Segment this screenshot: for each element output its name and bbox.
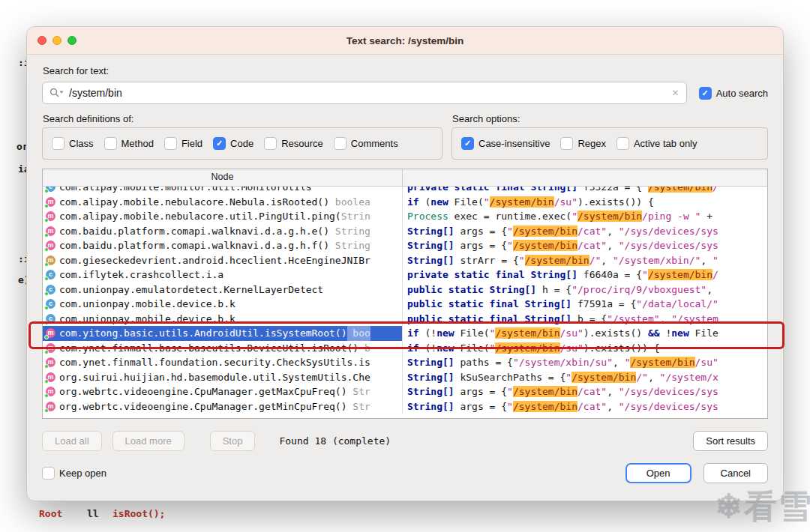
search-box[interactable]: ✕ [42, 82, 687, 104]
node-name: com.unionpay.mobile.device.b.k [59, 297, 236, 312]
checkbox-label: Method [122, 138, 154, 149]
table-header: Node [43, 169, 767, 187]
node-cell[interactable]: morg.webrtc.videoengine.CpuManager.getMa… [43, 384, 403, 399]
node-cell[interactable]: ccom.iflytek.crashcollect.i.a [43, 267, 403, 282]
node-cell[interactable]: mcom.yitong.basic.utils.AndroidUtil.isSy… [43, 326, 403, 341]
node-cell[interactable]: ccom.unionpay.mobile.device.b.k [43, 297, 403, 312]
checkbox-code[interactable]: Code [213, 137, 254, 150]
node-cell[interactable]: mcom.alipay.mobile.nebulacore.util.PingU… [43, 209, 403, 224]
stop-button[interactable]: Stop [210, 431, 256, 451]
results-rows: ccom.alipay.mobile.monitor.util.MonitorU… [43, 187, 767, 419]
checkbox-method[interactable]: Method [104, 137, 154, 150]
checkbox-unchecked-icon[interactable] [104, 137, 117, 150]
search-input[interactable] [69, 87, 667, 99]
code-cell: String[] args = {"/system/bin/cat", "/sy… [403, 399, 767, 414]
symbol-class-icon: c [46, 187, 56, 192]
symbol-method-icon: m [46, 387, 56, 396]
checkbox-checked-icon[interactable] [213, 137, 226, 150]
node-cell[interactable]: mcom.alipay.mobile.nebulacore.Nebula.isR… [43, 195, 403, 210]
node-name: com.iflytek.crashcollect.i.a [59, 267, 224, 282]
public-access-dot [44, 189, 49, 193]
checkbox-unchecked-icon[interactable] [264, 137, 277, 150]
search-for-text-label: Search for text: [43, 65, 768, 76]
checkbox-unchecked-icon[interactable] [616, 137, 629, 150]
load-all-button[interactable]: Load all [42, 431, 102, 451]
status-text: Found 18 (complete) [279, 435, 391, 447]
window-titlebar[interactable]: Text search: /system/bin [27, 27, 783, 55]
checkbox-unchecked-icon[interactable] [560, 137, 573, 150]
table-row[interactable]: mcom.gieseckedevrient.android.hceclient.… [43, 253, 767, 268]
node-cell[interactable]: mcom.baidu.platform.comapi.walknavi.d.a.… [43, 238, 403, 253]
checkbox-checked-icon[interactable] [461, 137, 474, 150]
checkbox-label: Case-insensitive [478, 138, 550, 149]
node-cell[interactable]: mcom.ynet.finmall.base.baseutils.DeviceU… [43, 341, 403, 356]
node-cell[interactable]: morg.webrtc.videoengine.CpuManager.getMi… [43, 399, 403, 414]
checkbox-comments[interactable]: Comments [334, 137, 398, 150]
node-name: com.alipay.mobile.nebulacore.util.PingUt… [59, 209, 341, 224]
public-access-dot [44, 291, 49, 296]
background-text-fragment: Root [39, 508, 62, 519]
keep-open-checkbox[interactable]: Keep open [42, 467, 106, 480]
auto-search-checkbox[interactable]: Auto search [699, 87, 768, 100]
minimize-button[interactable] [52, 36, 62, 45]
node-name: com.ynet.finmall.base.baseutils.DeviceUt… [59, 341, 358, 356]
table-row[interactable]: mcom.baidu.platform.comapi.walknavi.d.a.… [43, 238, 767, 253]
checkbox-unchecked-icon[interactable] [334, 137, 346, 150]
code-cell: public static final String[] f7591a = {"… [403, 297, 767, 312]
node-name: com.baidu.platform.comapi.walknavi.d.a.g… [59, 224, 329, 239]
checkbox-checked-icon[interactable] [699, 87, 712, 100]
table-row[interactable]: mcom.ynet.finmall.base.baseutils.DeviceU… [43, 341, 767, 356]
close-button[interactable] [38, 36, 46, 45]
checkbox-unchecked-icon[interactable] [42, 467, 55, 480]
table-row[interactable]: ccom.iflytek.crashcollect.i.aprivate sta… [43, 267, 767, 282]
checkbox-unchecked-icon[interactable] [164, 137, 177, 150]
symbol-method-icon: m [46, 241, 56, 250]
code-cell: String[] args = {"/system/bin/cat", "/sy… [403, 384, 767, 399]
table-row[interactable]: mcom.ynet.finmall.foundation.security.Ch… [43, 355, 767, 370]
table-row[interactable]: ccom.unionpay.mobile.device.b.kpublic st… [43, 297, 767, 312]
table-row[interactable]: ccom.unionpay.mobile.device.b.kpublic st… [43, 312, 767, 327]
open-button[interactable]: Open [626, 463, 692, 483]
node-cell[interactable]: ccom.unionpay.mobile.device.b.k [43, 312, 403, 327]
node-cell[interactable]: ccom.unionpay.emulatordetect.KernelLayer… [43, 282, 403, 297]
node-cell[interactable]: mcom.baidu.platform.comapi.walknavi.d.a.… [43, 224, 403, 239]
checkbox-resource[interactable]: Resource [264, 137, 323, 150]
table-row[interactable]: mcom.alipay.mobile.nebulacore.util.PingU… [43, 209, 767, 224]
load-more-button[interactable]: Load more [112, 431, 184, 451]
node-cell[interactable]: mcom.ynet.finmall.foundation.security.Ch… [43, 355, 403, 370]
table-row[interactable]: ccom.alipay.mobile.monitor.util.MonitorU… [43, 187, 767, 195]
table-row[interactable]: morg.webrtc.videoengine.CpuManager.getMa… [43, 384, 767, 399]
table-row[interactable]: mcom.yitong.basic.utils.AndroidUtil.isSy… [43, 326, 767, 341]
traffic-lights [38, 36, 76, 45]
column-header-node[interactable]: Node [43, 169, 403, 186]
checkbox-regex[interactable]: Regex [560, 137, 606, 150]
checkbox-class[interactable]: Class [52, 137, 94, 150]
table-row[interactable]: mcom.baidu.platform.comapi.walknavi.d.a.… [43, 224, 767, 239]
definitions-group: ClassMethodFieldCodeResourceComments [42, 127, 442, 160]
checkbox-active-tab-only[interactable]: Active tab only [616, 137, 698, 150]
node-cell[interactable]: mcom.gieseckedevrient.android.hceclient.… [43, 253, 403, 268]
definitions-group-label: Search definitions of: [43, 113, 442, 124]
clear-search-icon[interactable]: ✕ [672, 88, 680, 97]
column-header-code[interactable] [403, 169, 767, 186]
code-cell: public static String[] h = {"/proc/irq/9… [403, 282, 767, 297]
checkbox-label: Comments [351, 138, 398, 149]
cancel-button[interactable]: Cancel [704, 463, 768, 483]
node-cell[interactable]: morg.suirui.huijian.hd.basemodule.util.S… [43, 370, 403, 385]
zoom-button[interactable] [68, 36, 76, 45]
node-cell[interactable]: ccom.alipay.mobile.monitor.util.MonitorU… [43, 187, 403, 195]
dialog-body: Search for text: ✕ Auto search [27, 55, 783, 483]
table-row[interactable]: morg.webrtc.videoengine.CpuManager.getMi… [43, 399, 767, 414]
table-row[interactable]: mcom.alipay.mobile.nebulacore.Nebula.isR… [43, 195, 767, 210]
table-row[interactable]: morg.suirui.huijian.hd.basemodule.util.S… [43, 370, 767, 385]
sort-results-button[interactable]: Sort results [693, 431, 768, 451]
search-icon[interactable] [50, 88, 64, 98]
table-row[interactable]: ccom.unionpay.emulatordetect.KernelLayer… [43, 282, 767, 297]
dialog-footer: Keep open Open Cancel [42, 463, 768, 483]
checkbox-field[interactable]: Field [164, 137, 202, 150]
symbol-method-icon: m [46, 226, 56, 236]
node-type-suffix: Str [347, 384, 370, 399]
public-access-dot [44, 276, 49, 281]
checkbox-unchecked-icon[interactable] [52, 137, 64, 150]
checkbox-case-insensitive[interactable]: Case-insensitive [461, 137, 550, 150]
